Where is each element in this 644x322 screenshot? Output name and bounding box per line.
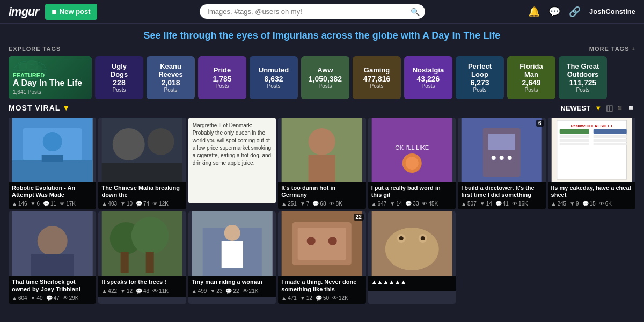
username[interactable]: JoshConstine xyxy=(589,8,635,16)
post-info: That time Sherlock got owned by Joey Tri… xyxy=(9,276,96,303)
svg-point-19 xyxy=(405,157,418,170)
tag-card-2[interactable]: Pride 1,785 Posts xyxy=(198,56,246,99)
views-icon: 👁 xyxy=(152,288,158,294)
post-card[interactable]: Tiny man riding a woman ▲499 ▼23 💬22 👁21… xyxy=(188,211,276,303)
post-title: Tiny man riding a woman xyxy=(192,279,273,286)
tag-name-3: Unmuted xyxy=(259,67,289,74)
new-post-button[interactable]: ■ New post xyxy=(45,4,97,20)
tag-card-9[interactable]: The GreatOutdoors 111,725 Posts xyxy=(559,56,607,99)
logo[interactable]: imgur xyxy=(9,5,39,19)
more-tags-button[interactable]: MORE TAGS + xyxy=(589,46,635,52)
tag-posts-5: Posts xyxy=(370,83,383,89)
svg-rect-33 xyxy=(559,143,589,145)
views-stat: 👁16K xyxy=(512,201,528,207)
notifications-icon[interactable]: 🔔 xyxy=(528,6,540,18)
tag-card-0[interactable]: UglyDogs 228 Posts xyxy=(95,56,143,99)
tag-count-2: 1,785 xyxy=(213,75,231,83)
upvote-icon: ▲ xyxy=(12,295,17,301)
bell-icon[interactable]: 🔗 xyxy=(569,6,581,18)
svg-text:OK I'LL LIKE: OK I'LL LIKE xyxy=(395,144,429,151)
post-card[interactable]: It speaks for the trees ! ▲422 ▼12 💬43 👁… xyxy=(98,211,186,303)
downvote-icon: ▼ xyxy=(31,201,36,207)
svg-rect-30 xyxy=(593,129,626,134)
post-card[interactable]: 22 I made a thing. Never done something … xyxy=(278,211,365,303)
svg-rect-8 xyxy=(42,155,63,162)
svg-point-61 xyxy=(420,236,425,240)
downvote-icon: ▼ xyxy=(120,288,126,294)
post-card[interactable]: OK I'LL LIKE I put a really bad word in … xyxy=(368,118,456,209)
post-thumbnail xyxy=(9,211,96,276)
upvote-stat: ▲604 xyxy=(12,295,27,301)
svg-point-7 xyxy=(43,132,62,151)
downvote-stat: ▼14 xyxy=(390,201,402,207)
post-info: ▲▲▲▲▲▲ xyxy=(368,276,456,290)
upvote-icon: ▲ xyxy=(281,295,287,301)
tag-count-1: 2,018 xyxy=(161,78,180,87)
post-title: Its my cakeday, have a cheat sheet xyxy=(551,185,632,199)
post-card[interactable]: ▲▲▲▲▲▲ xyxy=(368,211,456,303)
downvote-stat: ▼12 xyxy=(300,295,312,301)
dropdown-arrow-icon: ▼ xyxy=(62,104,70,112)
svg-rect-39 xyxy=(31,254,74,276)
tag-name-5: Gaming xyxy=(364,67,390,74)
messages-icon[interactable]: 💬 xyxy=(548,6,560,18)
post-badge: 6 xyxy=(536,120,544,127)
tag-card-5[interactable]: Gaming 477,816 Posts xyxy=(353,56,401,99)
tag-card-3[interactable]: Unmuted 8,632 Posts xyxy=(250,56,298,99)
comment-icon: 💬 xyxy=(136,201,142,207)
tag-posts-4: Posts xyxy=(318,83,332,89)
views-icon: 👁 xyxy=(332,295,338,301)
views-icon: 👁 xyxy=(512,201,517,207)
downvote-icon: ▼ xyxy=(120,201,126,207)
svg-point-24 xyxy=(500,156,504,160)
most-viral-sort[interactable]: MOST VIRAL ▼ xyxy=(9,104,70,112)
tag-name-8: FloridaMan xyxy=(519,63,543,78)
post-card[interactable]: Robotic Evolution - An Attempt Was Made … xyxy=(9,118,96,209)
search-icon: 🔍 xyxy=(411,8,420,16)
tag-card-8[interactable]: FloridaMan 2,649 Posts xyxy=(507,56,555,99)
compact-view-icon[interactable]: ◽ xyxy=(626,104,635,112)
tag-count-3: 8,632 xyxy=(264,75,283,83)
svg-rect-32 xyxy=(559,139,589,142)
post-card[interactable]: Margrethe II of Denmark: Probably the on… xyxy=(188,118,276,203)
comment-icon: 💬 xyxy=(582,201,589,207)
post-thumbnail xyxy=(98,118,186,182)
post-thumbnail: OK I'LL LIKE xyxy=(368,118,456,182)
tag-name-7: PerfectLoop xyxy=(468,63,492,78)
view-icons: ◫ ◾ ◽ xyxy=(606,104,635,112)
post-title: I build a dicetower. It's the first time… xyxy=(461,185,542,199)
tag-card-6[interactable]: Nostalgia 43,226 Posts xyxy=(404,56,452,99)
post-card[interactable]: It's too damn hot in Germany ▲251 ▼7 💬68… xyxy=(278,118,365,209)
tag-card-1[interactable]: KeanuReeves 2,018 Posts xyxy=(147,56,195,99)
views-icon: 👁 xyxy=(152,201,158,207)
downvote-stat: ▼23 xyxy=(210,288,222,294)
newest-label[interactable]: NEWEST xyxy=(561,104,591,112)
grid-view-icon[interactable]: ◫ xyxy=(606,104,613,112)
post-thumbnail: Resume CHEAT SHEET xyxy=(548,118,635,182)
tags-container: UglyDogs 228 Posts KeanuReeves 2,018 Pos… xyxy=(95,56,607,99)
tag-card-7[interactable]: PerfectLoop 6,273 Posts xyxy=(456,56,504,99)
upvote-stat: ▲146 xyxy=(12,201,27,207)
upvote-icon: ▲ xyxy=(461,201,466,207)
comment-stat: 💬15 xyxy=(582,201,596,207)
downvote-icon: ▼ xyxy=(480,201,485,207)
downvote-icon: ▼ xyxy=(210,288,215,294)
svg-point-3 xyxy=(35,65,42,72)
post-card[interactable]: Resume CHEAT SHEET Its my cakeday, have … xyxy=(548,118,635,209)
comment-stat: 💬41 xyxy=(495,201,509,207)
comment-stat: 💬68 xyxy=(312,201,326,207)
post-card[interactable]: The Chinese Mafia breaking down the ▲403… xyxy=(98,118,186,209)
tag-card-4[interactable]: Aww 1,050,382 Posts xyxy=(301,56,349,99)
tag-name-0: UglyDogs xyxy=(111,63,128,78)
post-card[interactable]: That time Sherlock got owned by Joey Tri… xyxy=(9,211,96,303)
comment-icon: 💬 xyxy=(316,295,322,301)
post-stats: ▲499 ▼23 💬22 👁21K xyxy=(192,288,273,294)
list-view-icon[interactable]: ◾ xyxy=(615,104,624,112)
downvote-stat: ▼9 xyxy=(569,201,579,207)
tag-card-featured[interactable]: FEATURED A Day In The Life 1,641 Posts xyxy=(9,56,92,99)
post-text-content: Margrethe II of Denmark: Probably the on… xyxy=(193,122,272,167)
svg-rect-29 xyxy=(559,129,589,134)
post-card[interactable]: 6 I build a dicetower. It's the first ti… xyxy=(458,118,545,209)
tag-count-7: 6,273 xyxy=(470,78,489,87)
search-input[interactable] xyxy=(200,4,425,19)
